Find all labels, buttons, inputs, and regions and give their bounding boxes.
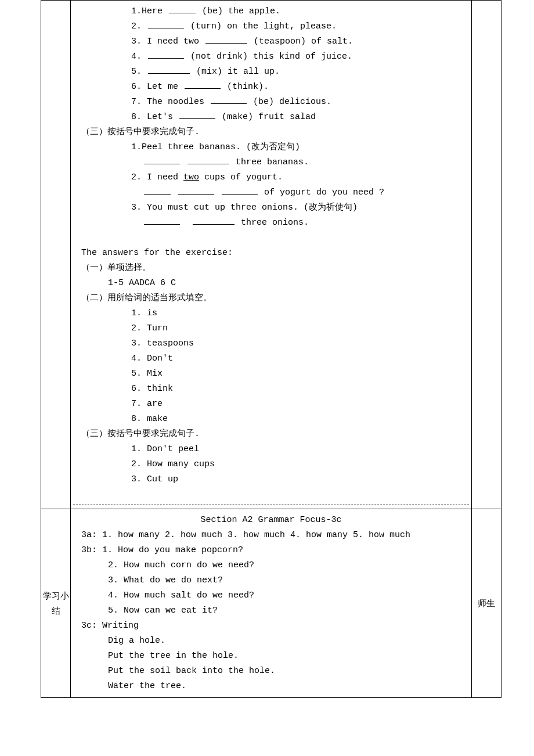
text: three onions. [241, 218, 309, 228]
fill-blank[interactable] [185, 80, 221, 89]
answer-line: 3c: Writing [73, 618, 469, 633]
exercise-item: 8. Let's (make) fruit salad [73, 110, 469, 125]
answer-line: 5. Now can we eat it? [73, 603, 469, 618]
fill-blank[interactable] [144, 155, 180, 164]
layout-table: 1.Here (be) the apple. 2. (turn) on the … [41, 0, 501, 698]
answer-line: 3a: 1. how many 2. how much 3. how much … [73, 528, 469, 543]
text: (make) fruit salad [222, 112, 316, 122]
answer-line: Water the tree. [73, 679, 469, 694]
answer-line: 5. Mix [73, 366, 469, 381]
answer-line: Put the tree in the hole. [73, 649, 469, 664]
exercise-item: 2. (turn) on the light, please. [73, 19, 469, 34]
answer-line: Dig a hole. [73, 633, 469, 649]
exercise-item: 1.Here (be) the apple. [73, 4, 469, 19]
answer-line: 3b: 1. How do you make popcorn? [73, 543, 469, 558]
answer-line: 1-5 AADCA 6 C [73, 276, 469, 291]
answer-line: 1. is [73, 306, 469, 321]
answer-line: 7. are [73, 397, 469, 412]
text: 6. Let me [131, 82, 183, 92]
exercise-item: 5. (mix) it all up. [73, 64, 469, 80]
section-title: Section A2 Grammar Focus-3c [73, 513, 469, 528]
answer-line: 4. How much salt do we need? [73, 588, 469, 603]
answer-line: 2. Turn [73, 321, 469, 336]
underlined-word: two [183, 172, 199, 182]
table-row: 学习小结 Section A2 Grammar Focus-3c 3a: 1. … [41, 509, 501, 698]
exercise-item: 6. Let me (think). [73, 80, 469, 95]
text: 7. The noodles [131, 97, 204, 107]
fill-blank[interactable] [193, 215, 234, 225]
fill-blank[interactable] [222, 185, 258, 195]
text: (think). [227, 82, 269, 92]
fill-blank[interactable] [187, 155, 229, 164]
fill-blank[interactable] [211, 95, 247, 104]
answer-line: 1. Don't peel [73, 442, 469, 457]
exercise-item: of yogurt do you need ? [73, 185, 469, 200]
text: (teaspoon) of salt. [254, 37, 353, 46]
text: 5. [131, 67, 147, 77]
exercise-item: three bananas. [73, 155, 469, 170]
text: 4. [131, 52, 147, 62]
text: three bananas. [236, 157, 309, 167]
exercise-item: 3. I need two (teaspoon) of salt. [73, 34, 469, 49]
fill-blank[interactable] [148, 64, 190, 74]
text: (not drink) this kind of juice. [190, 52, 352, 62]
answer-line: 2. How much corn do we need? [73, 558, 469, 573]
text: (be) the apple. [202, 6, 280, 16]
text: 3. I need two [131, 37, 199, 46]
fill-blank[interactable] [178, 185, 214, 195]
text: cups of yogurt. [204, 172, 283, 182]
section-heading: （三）按括号中要求完成句子. [73, 125, 469, 140]
left-label-cell [41, 1, 71, 509]
page: 1.Here (be) the apple. 2. (turn) on the … [0, 0, 534, 698]
text: 1.Here [131, 6, 168, 16]
content-block-1: 1.Here (be) the apple. 2. (turn) on the … [71, 1, 471, 509]
text: 8. Let's [131, 112, 173, 122]
fill-blank[interactable] [148, 19, 184, 28]
exercise-item: 4. (not drink) this kind of juice. [73, 49, 469, 64]
main-cell-1: 1.Here (be) the apple. 2. (turn) on the … [71, 1, 472, 509]
fill-blank[interactable] [148, 49, 184, 59]
answer-line: 4. Don't [73, 351, 469, 366]
answer-line: 3. What do we do next? [73, 573, 469, 588]
text: (mix) it all up. [196, 67, 280, 77]
main-cell-2: Section A2 Grammar Focus-3c 3a: 1. how m… [71, 509, 472, 698]
table-row: 1.Here (be) the apple. 2. (turn) on the … [41, 1, 501, 509]
answer-line: Put the soil back into the hole. [73, 664, 469, 679]
fill-blank[interactable] [169, 4, 196, 13]
text: of yogurt do you need ? [264, 188, 384, 197]
section-heading: （一）单项选择。 [73, 261, 469, 276]
text: 2. I need [131, 172, 183, 182]
answer-line: 3. teaspoons [73, 336, 469, 351]
dashed-divider [73, 505, 469, 505]
fill-blank[interactable] [144, 185, 171, 195]
fill-blank[interactable] [179, 110, 215, 119]
answer-line: 8. make [73, 412, 469, 427]
text: 2. [131, 21, 147, 31]
exercise-item: 3. You must cut up three onions. (改为祈使句) [73, 200, 469, 215]
text: (turn) on the light, please. [190, 21, 337, 31]
answer-line: 6. think [73, 381, 469, 397]
text: (be) delicious. [253, 97, 331, 107]
right-label-cell: 师生 [472, 509, 501, 698]
right-label-cell [472, 1, 501, 509]
section-heading: （二）用所给词的适当形式填空。 [73, 291, 469, 306]
section-heading: （三）按括号中要求完成句子. [73, 427, 469, 442]
answer-line: 3. Cut up [73, 472, 469, 487]
exercise-item: 2. I need two cups of yogurt. [73, 170, 469, 185]
exercise-item: 7. The noodles (be) delicious. [73, 95, 469, 110]
answer-line: 2. How many cups [73, 457, 469, 472]
answers-title: The answers for the exercise: [73, 246, 469, 261]
left-label-cell: 学习小结 [41, 509, 71, 698]
exercise-item: three onions. [73, 215, 469, 231]
fill-blank[interactable] [144, 215, 180, 225]
fill-blank[interactable] [205, 34, 247, 44]
content-block-2: Section A2 Grammar Focus-3c 3a: 1. how m… [71, 509, 471, 697]
exercise-item: 1.Peel three bananas. (改为否定句) [73, 140, 469, 155]
